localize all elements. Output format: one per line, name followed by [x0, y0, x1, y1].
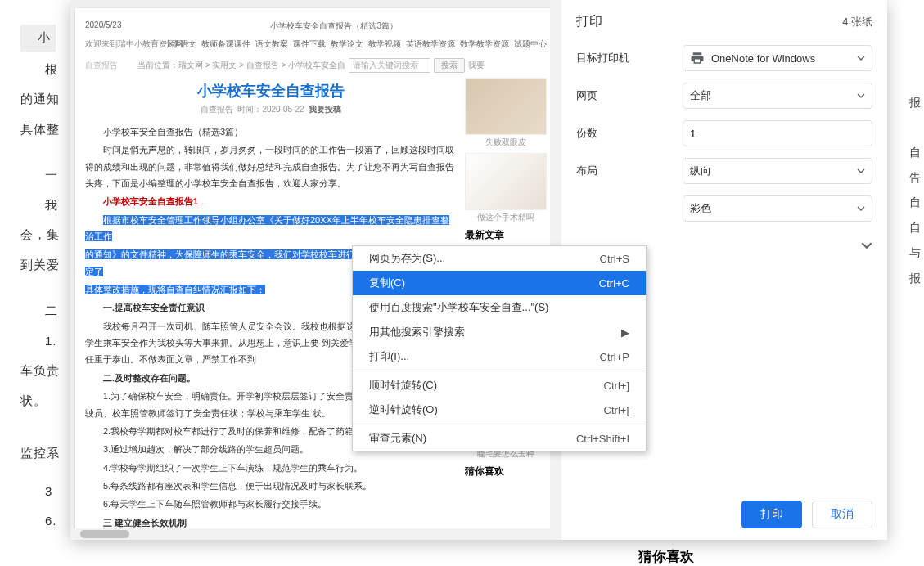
cm-separator	[353, 424, 646, 424]
cm-baidu-search[interactable]: 使用百度搜索"小学校车安全自查..."(S)	[353, 295, 646, 320]
print-page-count: 4 张纸	[842, 15, 872, 29]
bg-right-strip: 报 自 告 自 自 与 报	[883, 0, 924, 566]
bg-line: 小	[20, 25, 56, 52]
context-menu: 网页另存为(S)...Ctrl+S 复制(C)Ctrl+C 使用百度搜索"小学校…	[352, 245, 647, 451]
chevron-down-icon	[861, 240, 872, 251]
cancel-button[interactable]: 取消	[812, 501, 872, 528]
selected-text: 根据市校车安全管理工作领导小组办公室《关于做好20XX年上半年校车安全隐患排查整…	[85, 215, 449, 241]
printer-select[interactable]: OneNote for Windows	[683, 45, 872, 71]
printer-label: 目标打印机	[576, 51, 683, 65]
chevron-right-icon: ▶	[621, 326, 629, 339]
page-meta: 自查报告 时间：2020-05-22 我要投稿	[85, 104, 457, 115]
cm-rotate-cw[interactable]: 顺时针旋转(C)Ctrl+]	[353, 373, 646, 398]
layout-label: 布局	[576, 164, 683, 178]
color-select[interactable]: 彩色	[683, 195, 872, 222]
cm-rotate-ccw[interactable]: 逆时针旋转(O)Ctrl+[	[353, 398, 646, 422]
cm-inspect[interactable]: 审查元素(N)Ctrl+Shift+I	[353, 426, 646, 451]
preview-date: 2020/5/23	[85, 20, 122, 32]
cm-save-as[interactable]: 网页另存为(S)...Ctrl+S	[353, 246, 646, 271]
search-input[interactable]: 请输入关键词搜索	[349, 58, 430, 73]
cm-print[interactable]: 打印(I)...Ctrl+P	[353, 344, 646, 369]
sidebar-thumb	[465, 78, 547, 135]
chevron-down-icon	[857, 54, 865, 62]
print-title: 打印	[576, 13, 602, 30]
cm-copy[interactable]: 复制(C)Ctrl+C	[353, 271, 646, 295]
chevron-down-icon	[857, 204, 865, 213]
layout-select[interactable]: 纵向	[683, 158, 872, 184]
breadcrumb: 自查报告 当前位置：瑞文网 > 实用文 > 自查报告 > 小学校车安全自 请输入…	[85, 58, 547, 73]
search-button[interactable]: 搜索	[434, 58, 465, 73]
copies-input[interactable]	[683, 120, 872, 146]
page-title: 小学校车安全自查报告	[85, 81, 457, 101]
printer-icon	[690, 51, 705, 65]
chevron-down-icon	[857, 92, 865, 100]
sidebar-thumb	[465, 153, 547, 210]
copies-label: 份数	[576, 126, 683, 141]
cm-separator	[353, 371, 646, 371]
pages-label: 网页	[576, 88, 683, 103]
print-button[interactable]: 打印	[741, 501, 802, 528]
bg-like-heading: 猜你喜欢	[638, 547, 694, 566]
chevron-down-icon	[857, 167, 865, 175]
preview-scrollbar-h[interactable]	[70, 528, 561, 540]
pages-select[interactable]: 全部	[683, 83, 872, 109]
cm-other-search[interactable]: 用其他搜索引擎搜索▶	[353, 320, 646, 344]
preview-doc-title: 小学校车安全自查报告（精选3篇）	[270, 20, 398, 32]
